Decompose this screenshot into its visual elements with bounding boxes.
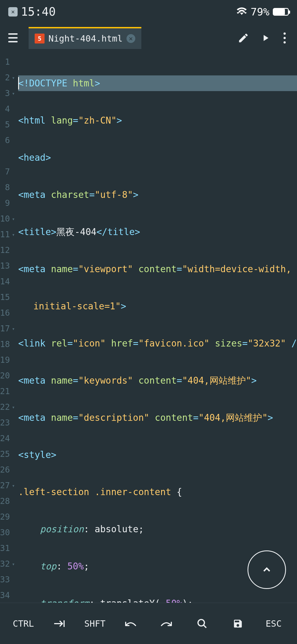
expand-fab-button[interactable] <box>248 550 286 589</box>
line-number[interactable]: 4 <box>0 101 10 117</box>
redo-button[interactable] <box>148 620 184 628</box>
line-number[interactable]: 1 <box>0 54 10 70</box>
html-file-icon: 5 <box>35 34 45 43</box>
line-number[interactable]: 7 <box>0 164 10 179</box>
close-tab-icon[interactable]: ✕ <box>127 34 135 43</box>
line-number[interactable]: 29 <box>0 509 10 525</box>
line-number[interactable]: 32▾ <box>0 556 10 572</box>
status-bar: ✕ 15:40 79% <box>0 0 297 23</box>
notification-icon: ✕ <box>8 7 18 17</box>
line-number[interactable]: 30 <box>0 525 10 540</box>
shift-key[interactable]: SHFT <box>77 618 113 629</box>
wifi-icon <box>236 6 247 18</box>
undo-button[interactable] <box>113 620 148 628</box>
line-number[interactable]: 33 <box>0 572 10 587</box>
line-number[interactable]: 21 <box>0 383 10 399</box>
fold-arrow-icon[interactable]: ▾ <box>12 211 15 227</box>
line-number[interactable]: 20 <box>0 368 10 383</box>
line-number[interactable] <box>0 148 10 164</box>
search-button[interactable] <box>184 618 220 629</box>
line-number[interactable]: 22▾ <box>0 399 10 415</box>
line-number[interactable]: 25 <box>0 446 10 462</box>
code-line[interactable]: <meta name="description" content="404,网站… <box>18 410 297 425</box>
code-line[interactable]: <meta charset="utf-8"> <box>18 187 297 203</box>
more-options-button[interactable] <box>278 32 292 43</box>
battery-fill <box>274 9 285 15</box>
line-number[interactable]: 18 <box>0 336 10 352</box>
clock: 15:40 <box>21 5 56 18</box>
line-number[interactable]: 11▾ <box>0 227 10 242</box>
line-number[interactable]: 8 <box>0 179 10 195</box>
status-right: 79% <box>236 6 289 18</box>
line-number[interactable]: 17▾ <box>0 321 10 336</box>
line-number[interactable]: 16 <box>0 305 10 321</box>
cursor <box>18 77 19 89</box>
ctrl-key[interactable]: CTRL <box>6 618 41 629</box>
line-number[interactable]: 26 <box>0 462 10 477</box>
status-left: ✕ 15:40 <box>8 5 56 18</box>
line-number[interactable]: 24 <box>0 430 10 446</box>
run-button[interactable] <box>256 33 275 43</box>
line-number[interactable]: 10▾ <box>0 211 10 227</box>
line-number[interactable]: 15 <box>0 289 10 305</box>
line-number[interactable]: 5 <box>0 117 10 132</box>
line-number[interactable]: 13 <box>0 258 10 274</box>
esc-key[interactable]: ESC <box>256 618 292 629</box>
line-number[interactable]: 27▾ <box>0 477 10 493</box>
code-line[interactable]: <title>黑夜-404</title> <box>18 224 297 240</box>
svg-point-0 <box>198 620 204 626</box>
line-number[interactable]: 6 <box>0 132 10 148</box>
fold-arrow-icon[interactable]: ▾ <box>12 477 15 493</box>
line-number[interactable]: 2▾ <box>0 70 10 85</box>
code-line[interactable]: <meta name="keywords" content="404,网站维护"… <box>18 373 297 388</box>
line-number[interactable]: 19 <box>0 352 10 368</box>
menu-button[interactable] <box>6 31 20 45</box>
code-line[interactable]: position: absolute; <box>18 521 297 537</box>
fold-arrow-icon[interactable]: ▾ <box>12 85 15 101</box>
code-line[interactable]: initial-scale=1"> <box>18 298 297 314</box>
line-number[interactable]: 28 <box>0 493 10 509</box>
code-line[interactable]: .left-section .inner-content { <box>18 484 297 500</box>
keyboard-toolbar: CTRL SHFT ESC <box>0 603 297 644</box>
tab-filename: Night-404.html <box>48 33 123 44</box>
fold-arrow-icon[interactable]: ▾ <box>12 70 15 85</box>
app-bar: 5 Night-404.html ✕ <box>0 23 297 52</box>
save-button[interactable] <box>220 618 256 629</box>
line-number[interactable]: 23 <box>0 415 10 430</box>
fold-arrow-icon[interactable]: ▾ <box>12 227 15 242</box>
code-line[interactable]: <head> <box>18 150 297 165</box>
battery-icon <box>273 8 289 16</box>
code-line[interactable]: <html lang="zh-CN"> <box>18 113 297 128</box>
code-line[interactable]: <meta name="viewport" content="width=dev… <box>18 261 297 277</box>
line-number[interactable]: 31 <box>0 540 10 556</box>
tab-key[interactable] <box>41 619 77 629</box>
file-tab[interactable]: 5 Night-404.html ✕ <box>29 27 141 49</box>
line-number[interactable]: 12 <box>0 242 10 258</box>
code-editor[interactable]: 1 2▾ 3▾ 4 5 6 7 8 9 10▾ 11▾ 12 13 14 15 … <box>0 52 297 603</box>
code-line[interactable]: <style> <box>18 447 297 463</box>
gutter[interactable]: 1 2▾ 3▾ 4 5 6 7 8 9 10▾ 11▾ 12 13 14 15 … <box>0 52 14 603</box>
fold-arrow-icon[interactable]: ▾ <box>12 321 15 336</box>
code-line[interactable]: transform: translateY(-50%); <box>18 596 297 603</box>
battery-percentage: 79% <box>251 6 270 18</box>
line-number[interactable]: 14 <box>0 274 10 289</box>
fold-arrow-icon[interactable]: ▾ <box>12 556 15 572</box>
line-number[interactable]: 3▾ <box>0 85 10 101</box>
fold-arrow-icon[interactable]: ▾ <box>12 399 15 415</box>
edit-button[interactable] <box>234 32 253 44</box>
code-line[interactable]: <!DOCTYPE html> <box>18 75 297 91</box>
code-area[interactable]: <!DOCTYPE html> <html lang="zh-CN"> <hea… <box>14 52 297 603</box>
line-number[interactable]: 9 <box>0 195 10 211</box>
code-line[interactable]: <link rel="icon" href="favicon.ico" size… <box>18 335 297 351</box>
line-number[interactable]: 34 <box>0 587 10 603</box>
